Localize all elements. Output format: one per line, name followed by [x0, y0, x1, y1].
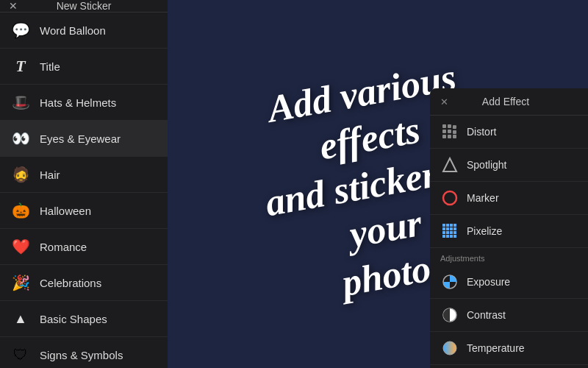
effects-panel: ✕ Add Effect Distort Spotlight — [430, 88, 588, 368]
svg-rect-14 — [453, 224, 456, 227]
sidebar-title: New Sticker — [57, 0, 112, 12]
sidebar-item-label: Hair — [40, 169, 60, 181]
effect-item-exposure[interactable]: Exposure — [430, 266, 588, 299]
sidebar-item-label: Eyes & Eyewear — [40, 132, 121, 145]
sidebar-item-eyes[interactable]: 👀 Eyes & Eyewear — [0, 121, 168, 157]
svg-rect-23 — [442, 235, 445, 238]
svg-rect-24 — [446, 235, 449, 238]
effect-label: Contrast — [467, 309, 506, 321]
eyes-icon: 👀 — [10, 128, 31, 149]
svg-rect-26 — [453, 235, 456, 238]
svg-rect-15 — [442, 227, 445, 230]
effect-item-contrast[interactable]: Contrast — [430, 299, 588, 332]
svg-rect-20 — [446, 231, 449, 234]
hats-icon: 🎩 — [10, 92, 31, 113]
effect-item-distort[interactable]: Distort — [430, 116, 588, 149]
svg-rect-3 — [442, 130, 446, 133]
signs-icon: 🛡 — [10, 344, 31, 365]
svg-rect-2 — [453, 125, 456, 129]
sidebar-item-hats[interactable]: 🎩 Hats & Helmets — [0, 85, 168, 121]
effect-label: Temperature — [467, 342, 525, 354]
svg-rect-6 — [442, 135, 446, 138]
sidebar: ✕ New Sticker 💬 Word Balloon T Title 🎩 H… — [0, 0, 168, 368]
svg-rect-1 — [448, 124, 451, 128]
hair-icon: 🧔 — [10, 164, 31, 185]
svg-point-29 — [443, 342, 456, 355]
sidebar-item-label: Halloween — [40, 205, 91, 217]
sidebar-item-label: Signs & Symbols — [40, 349, 123, 361]
effect-label: Exposure — [467, 276, 510, 288]
sidebar-item-celebrations[interactable]: 🎉 Celebrations — [0, 265, 168, 301]
sidebar-item-romance[interactable]: ❤️ Romance — [0, 229, 168, 265]
halloween-icon: 🎃 — [10, 200, 31, 221]
svg-rect-5 — [453, 130, 456, 134]
pixelize-icon — [440, 222, 459, 241]
svg-rect-17 — [450, 227, 453, 230]
effects-panel-title: Add Effect — [448, 96, 563, 107]
svg-rect-0 — [442, 124, 446, 128]
effect-item-tint[interactable]: Tint — [430, 365, 588, 368]
svg-rect-8 — [453, 135, 456, 138]
svg-rect-11 — [442, 224, 445, 227]
svg-rect-12 — [446, 224, 449, 227]
romance-icon: ❤️ — [10, 236, 31, 257]
word-balloon-icon: 💬 — [10, 20, 31, 40]
effects-close-button[interactable]: ✕ — [440, 96, 448, 107]
temperature-icon — [440, 339, 459, 358]
effect-item-temperature[interactable]: Temperature — [430, 332, 588, 365]
sidebar-close-button[interactable]: ✕ — [9, 0, 18, 12]
celebrations-icon: 🎉 — [10, 272, 31, 293]
sidebar-header: ✕ New Sticker — [0, 0, 168, 13]
svg-rect-19 — [442, 231, 445, 234]
basic-shapes-icon: ▲ — [10, 308, 31, 329]
distort-icon — [440, 122, 459, 141]
effect-item-marker[interactable]: Marker — [430, 182, 588, 215]
adjustments-section-label: Adjustments — [430, 248, 588, 266]
sidebar-item-label: Celebrations — [40, 277, 101, 289]
svg-rect-22 — [453, 231, 456, 234]
sidebar-item-label: Basic Shapes — [40, 313, 107, 325]
sidebar-item-word-balloon[interactable]: 💬 Word Balloon — [0, 13, 168, 49]
effect-item-spotlight[interactable]: Spotlight — [430, 149, 588, 182]
title-icon: T — [10, 56, 31, 77]
sidebar-item-title[interactable]: T Title — [0, 49, 168, 85]
sidebar-item-label: Hats & Helmets — [40, 96, 116, 109]
effect-label: Distort — [467, 126, 496, 138]
svg-rect-21 — [450, 231, 453, 234]
svg-rect-18 — [453, 227, 456, 230]
sidebar-item-label: Word Balloon — [40, 24, 106, 37]
svg-rect-25 — [450, 235, 453, 238]
sidebar-item-label: Title — [40, 60, 60, 73]
sidebar-item-label: Romance — [40, 241, 87, 253]
sidebar-item-halloween[interactable]: 🎃 Halloween — [0, 193, 168, 229]
svg-point-10 — [443, 191, 456, 205]
svg-rect-4 — [448, 130, 451, 133]
svg-marker-9 — [443, 158, 456, 171]
marker-icon — [440, 188, 459, 208]
sidebar-item-hair[interactable]: 🧔 Hair — [0, 157, 168, 193]
svg-rect-13 — [450, 224, 453, 227]
spotlight-icon — [440, 155, 459, 174]
contrast-icon — [440, 305, 459, 325]
svg-rect-7 — [448, 135, 451, 138]
effect-label: Pixelize — [467, 225, 502, 237]
sidebar-item-basic-shapes[interactable]: ▲ Basic Shapes — [0, 301, 168, 337]
effect-label: Marker — [467, 192, 499, 204]
exposure-icon — [440, 272, 459, 291]
sidebar-item-signs[interactable]: 🛡 Signs & Symbols — [0, 337, 168, 368]
effect-item-pixelize[interactable]: Pixelize — [430, 215, 588, 248]
svg-rect-16 — [446, 227, 449, 230]
effect-label: Spotlight — [467, 159, 506, 171]
effects-panel-header: ✕ Add Effect — [430, 88, 588, 116]
